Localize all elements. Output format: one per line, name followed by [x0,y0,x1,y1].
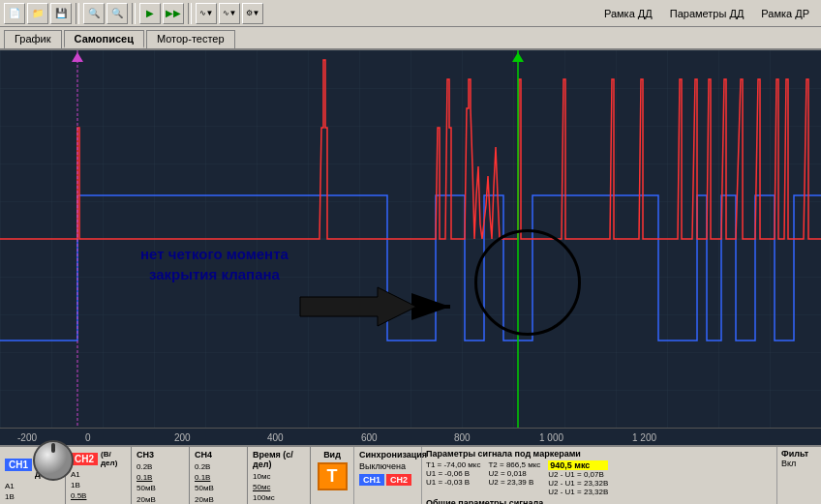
toolbar-btn-zoom2[interactable]: 🔍 [106,3,128,24]
time-label: Время (с/дел) [253,450,305,469]
chart-area: нет четкого момента закрытия клапана [0,50,821,428]
t1-val: T1 = -74,00 мкс [426,460,480,469]
menu-params-dd[interactable]: Параметры ДД [662,6,752,21]
tab-grafik[interactable]: График [4,30,62,48]
menu-ramka-dd[interactable]: Рамка ДД [596,6,660,21]
svg-text:600: 600 [361,432,378,443]
toolbar-btn-wave1[interactable]: ∿▼ [196,3,217,24]
time-block: Время (с/дел) 10мс 50мс 100мс 200мс 2мс [248,447,311,504]
u2u1-extra: U2 - U1 = 23,32В [548,488,608,496]
signal-params-block: Параметры сигнала под маркерами T1 = -74… [422,447,777,504]
ch1-label: CH1 (В/дел) [35,450,60,479]
ch2-block: CH2 (В/дел) A1 1В 0.5В 0.2В -10В [66,447,132,504]
tabs-bar: График Самописец Мотор-тестер [0,27,821,50]
svg-text:800: 800 [454,432,471,443]
u2-ch1-val: U1 = -0,03 В [426,478,480,487]
u2u1-2-val: U2 - U1 = 23,32В [548,479,608,488]
toolbar: 📄 📁 💾 🔍 🔍 ▶ ▶▶ ∿▼ ∿▼ ⚙▼ Рамка ДД Парамет… [0,0,821,27]
toolbar-btn-wave2[interactable]: ∿▼ [219,3,240,24]
signal-params-mid: T2 = 866,5 мкс U2 = 0,018 U2 = 23,39 В [488,460,540,496]
common-params-title: Общие параметры сигнала [426,498,773,504]
ch3-label: CH3 [137,450,184,460]
ch4-values: 0.2В 0.1В 50мВ 20мВ -10В [195,461,242,504]
ch2-label: (В/дел) [101,450,126,467]
svg-text:1 000: 1 000 [539,432,563,443]
ch2-values: A1 1В 0.5В 0.2В -10В [71,469,126,504]
sync-value: Выключена [359,461,416,471]
bottom-panel: CH1 CH1 (В/дел) A1 1В 0.5В 0.2В -10В CH2… [0,445,821,504]
t2-val: T2 = 866,5 мкс [488,460,540,469]
toolbar-btn-zoom[interactable]: 🔍 [83,3,105,24]
menu-ramka-dr[interactable]: Рамка ДР [753,6,817,21]
filter-title: Фильт [781,449,817,459]
svg-text:-200: -200 [17,432,37,443]
u1-ch1-val: U1 = -0,06 В [426,469,480,478]
time-values: 10мс 50мс 100мс 200мс 2мс [253,471,305,504]
u2u1-1-val: U2 - U1 = 0,07В [548,470,608,479]
filter-value: Вкл [781,459,817,468]
sep3 [188,3,192,24]
svg-text:1 200: 1 200 [632,432,656,443]
svg-text:200: 200 [174,432,191,443]
x-axis: -200 0 200 400 600 800 1 000 1 200 [0,428,821,445]
signal-params-title: Параметры сигнала под маркерами [426,449,773,459]
view-T-button[interactable]: T [318,462,348,490]
signal-params-right: 940,5 мкс U2 - U1 = 0,07В U2 - U1 = 23,3… [548,460,608,496]
svg-text:0: 0 [85,432,91,443]
u2-ch2-val: U2 = 23,39 В [488,478,540,487]
chart-svg [0,50,821,428]
toolbar-btn-new[interactable]: 📄 [4,3,25,24]
u1-ch2-val: U2 = 0,018 [488,469,540,478]
ch4-label: CH4 [195,450,242,460]
sync-title: Синхронизация [359,450,416,460]
view-label: Вид [323,450,341,460]
ch1-block: CH1 CH1 (В/дел) A1 1В 0.5В 0.2В -10В [0,447,66,504]
ch3-block: CH3 0.2В 0.1В 50мВ 20мВ -10В [132,447,190,504]
ch1-indicator[interactable]: CH1 [5,459,32,471]
tab-samopistec[interactable]: Самописец [64,30,144,48]
toolbar-btn-save[interactable]: 💾 [50,3,72,24]
ch2-indicator[interactable]: CH2 [71,453,98,465]
toolbar-btn-stop[interactable]: ▶▶ [163,3,184,24]
tab-motor[interactable]: Мотор-тестер [146,30,235,48]
signal-params-left: T1 = -74,00 мкс U1 = -0,06 В U1 = -0,03 … [426,460,480,496]
sep1 [76,3,79,24]
toolbar-btn-play[interactable]: ▶ [139,3,161,24]
filter-block: Фильт Вкл [777,447,821,504]
sync-ch1[interactable]: CH1 [359,474,384,486]
ch1-values: A1 1В 0.5В 0.2В -10В [5,481,60,504]
svg-text:400: 400 [267,432,284,443]
dt-highlight: 940,5 мкс [548,460,608,470]
ch3-values: 0.2В 0.1В 50мВ 20мВ -10В [137,461,184,504]
sync-block: Синхронизация Выключена CH1 CH2 [354,447,422,504]
sync-ch2[interactable]: CH2 [386,474,411,486]
view-block: Вид T [311,447,354,504]
toolbar-btn-settings[interactable]: ⚙▼ [242,3,263,24]
sep2 [132,3,136,24]
ch4-block: CH4 0.2В 0.1В 50мВ 20мВ -10В [190,447,248,504]
toolbar-btn-open[interactable]: 📁 [27,3,48,24]
